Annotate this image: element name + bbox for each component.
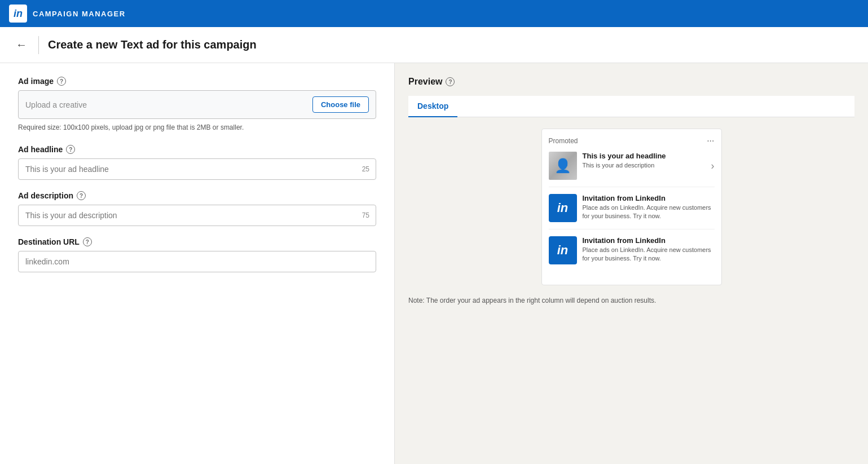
preview-ad-description: This is your ad description: [583, 161, 706, 170]
ad-description-help-icon[interactable]: ?: [77, 191, 86, 200]
user-ad-preview: 👤 This is your ad headline This is your …: [549, 152, 715, 187]
invitation-desc-1: Place ads on LinkedIn. Acquire new custo…: [583, 204, 715, 221]
preview-title: Preview: [408, 77, 442, 87]
linkedin-invitation-1: in Invitation from LinkedIn Place ads on…: [549, 194, 715, 229]
ad-description-input[interactable]: [18, 205, 376, 226]
invitation-text-1: Invitation from LinkedIn Place ads on Li…: [583, 194, 715, 221]
main-layout: Ad image ? Upload a creative Choose file…: [0, 63, 868, 464]
linkedin-logo: in: [9, 5, 27, 23]
ad-headline-label: Ad headline ?: [18, 145, 376, 154]
upload-area: Upload a creative Choose file: [18, 90, 376, 119]
app-title: CAMPAIGN MANAGER: [33, 10, 126, 18]
preview-header: Preview ?: [408, 77, 854, 87]
ad-image-preview: 👤: [549, 152, 577, 180]
preview-help-icon[interactable]: ?: [446, 77, 455, 86]
promoted-label: Promoted: [549, 137, 578, 145]
chevron-right-icon: ›: [711, 160, 715, 172]
more-options-icon[interactable]: ···: [707, 136, 714, 146]
destination-url-input[interactable]: [18, 251, 376, 272]
page-title: Create a new Text ad for this campaign: [48, 38, 257, 51]
ad-headline-help-icon[interactable]: ?: [66, 145, 75, 154]
tab-desktop[interactable]: Desktop: [408, 96, 457, 117]
promoted-header: Promoted ···: [549, 136, 715, 146]
back-button[interactable]: ←: [14, 36, 29, 54]
upload-hint: Required size: 100x100 pixels, upload jp…: [18, 123, 376, 131]
invitation-desc-2: Place ads on LinkedIn. Acquire new custo…: [583, 246, 715, 263]
ad-headline-field-wrapper: 25: [18, 158, 376, 180]
ad-headline-input[interactable]: [18, 158, 376, 180]
ad-headline-counter: 25: [362, 165, 369, 173]
choose-file-button[interactable]: Choose file: [312, 96, 369, 113]
linkedin-blue-logo-1: in: [549, 194, 577, 222]
linkedin-blue-logo-2: in: [549, 236, 577, 264]
ad-description-counter: 75: [362, 211, 369, 219]
destination-url-section: Destination URL ?: [18, 237, 376, 272]
preview-tabs: Desktop: [408, 96, 854, 117]
preview-note: Note: The order your ad appears in the r…: [408, 297, 690, 304]
preview-widget: Promoted ··· 👤 This is your ad headline …: [541, 129, 722, 285]
destination-url-label: Destination URL ?: [18, 237, 376, 246]
destination-url-help-icon[interactable]: ?: [83, 237, 92, 246]
ad-description-label: Ad description ?: [18, 191, 376, 200]
ad-text-content: This is your ad headline This is your ad…: [583, 152, 706, 170]
upload-placeholder: Upload a creative: [25, 100, 87, 109]
ad-image-label: Ad image ?: [18, 77, 376, 86]
invitation-text-2: Invitation from LinkedIn Place ads on Li…: [583, 236, 715, 263]
top-navigation: in CAMPAIGN MANAGER: [0, 0, 868, 27]
preview-ad-headline: This is your ad headline: [583, 152, 706, 160]
preview-panel: Preview ? Desktop Promoted ··· 👤 This is…: [395, 63, 868, 464]
ad-headline-section: Ad headline ? 25: [18, 145, 376, 180]
ad-image-section: Ad image ? Upload a creative Choose file…: [18, 77, 376, 131]
ad-description-field-wrapper: 75: [18, 205, 376, 226]
page-header: ← Create a new Text ad for this campaign: [0, 27, 868, 63]
invitation-headline-1: Invitation from LinkedIn: [583, 194, 715, 202]
form-panel: Ad image ? Upload a creative Choose file…: [0, 63, 395, 464]
invitation-headline-2: Invitation from LinkedIn: [583, 236, 715, 245]
person-placeholder-icon: 👤: [554, 158, 571, 174]
linkedin-invitation-2: in Invitation from LinkedIn Place ads on…: [549, 236, 715, 271]
header-divider: [38, 36, 39, 54]
ad-image-help-icon[interactable]: ?: [57, 77, 66, 86]
ad-description-section: Ad description ? 75: [18, 191, 376, 226]
